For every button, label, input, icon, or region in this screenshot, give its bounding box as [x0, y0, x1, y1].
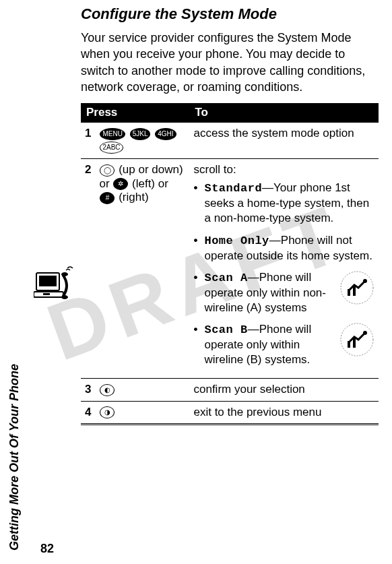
page-content: Configure the System Mode Your service p…: [81, 5, 379, 425]
key-hash-icon: #: [100, 192, 115, 204]
to-cell: exit to the previous menu: [189, 401, 379, 425]
svg-rect-9: [353, 286, 356, 296]
table-row: 1 MENU 5JKL 4GHI 2ABC access the system …: [81, 123, 379, 159]
press-cell: ◑: [95, 401, 189, 425]
option-scan-a: Scan A—Phone will operate only within no…: [193, 270, 374, 315]
press-cell: MENU 5JKL 4GHI 2ABC: [95, 123, 189, 159]
svg-point-5: [61, 295, 68, 299]
press-text: (right): [115, 191, 148, 203]
steps-table: Press To 1 MENU 5JKL 4GHI 2ABC access th…: [81, 103, 379, 425]
table-row: 2 ◯ (up or down) or ✲ (left) or # (right…: [81, 159, 379, 379]
key-2-icon: 2ABC: [100, 142, 123, 154]
option-name: Scan B: [204, 323, 247, 336]
scroll-to-label: scroll to:: [193, 163, 374, 177]
option-name: Home Only: [204, 234, 269, 247]
svg-rect-12: [348, 341, 350, 348]
col-header-to: To: [189, 103, 379, 123]
svg-rect-1: [39, 276, 57, 286]
step-number: 4: [81, 401, 95, 425]
option-name: Scan A: [204, 272, 247, 284]
computer-phone-icon: [34, 266, 74, 307]
key-star-icon: ✲: [113, 178, 128, 190]
to-cell: confirm your selection: [189, 379, 379, 402]
page-number: 82: [40, 542, 54, 556]
press-cell: ◯ (up or down) or ✲ (left) or # (right): [95, 159, 189, 379]
svg-point-11: [363, 331, 367, 335]
option-scan-b: Scan B—Phone will operate only within wi…: [193, 322, 374, 367]
page-title: Configure the System Mode: [81, 5, 379, 23]
table-row: 3 ◐ confirm your selection: [81, 379, 379, 402]
option-name: Standard: [204, 182, 262, 195]
key-select-icon: ◐: [100, 384, 115, 396]
options-list: Standard—Your phone 1st seeks a home-typ…: [193, 181, 374, 367]
sidebar-section-label: Getting More Out Of Your Phone: [7, 364, 22, 551]
network-feature-badge-icon: [339, 322, 374, 357]
to-cell: scroll to: Standard—Your phone 1st seeks…: [189, 159, 379, 379]
svg-rect-8: [348, 289, 350, 296]
key-5-icon: 5JKL: [130, 128, 151, 140]
option-home-only: Home Only—Phone will not operate outside…: [193, 233, 374, 263]
option-standard: Standard—Your phone 1st seeks a home-typ…: [193, 181, 374, 226]
key-back-icon: ◑: [100, 406, 115, 418]
svg-point-7: [363, 279, 367, 283]
press-cell: ◐: [95, 379, 189, 402]
key-menu-icon: MENU: [100, 128, 125, 140]
svg-rect-13: [353, 338, 356, 348]
network-feature-badge-icon: [339, 270, 374, 305]
step-number: 3: [81, 379, 95, 402]
col-header-press: Press: [81, 103, 189, 123]
to-cell: access the system mode option: [189, 123, 379, 159]
press-text: (left) or: [129, 177, 168, 190]
step-number: 2: [81, 159, 95, 379]
svg-point-4: [61, 272, 68, 276]
svg-rect-3: [43, 293, 50, 295]
key-4-icon: 4GHI: [155, 128, 176, 140]
step-number: 1: [81, 123, 95, 159]
table-row: 4 ◑ exit to the previous menu: [81, 401, 379, 425]
intro-paragraph: Your service provider configures the Sys…: [81, 30, 379, 95]
nav-ring-icon: ◯: [100, 164, 115, 177]
